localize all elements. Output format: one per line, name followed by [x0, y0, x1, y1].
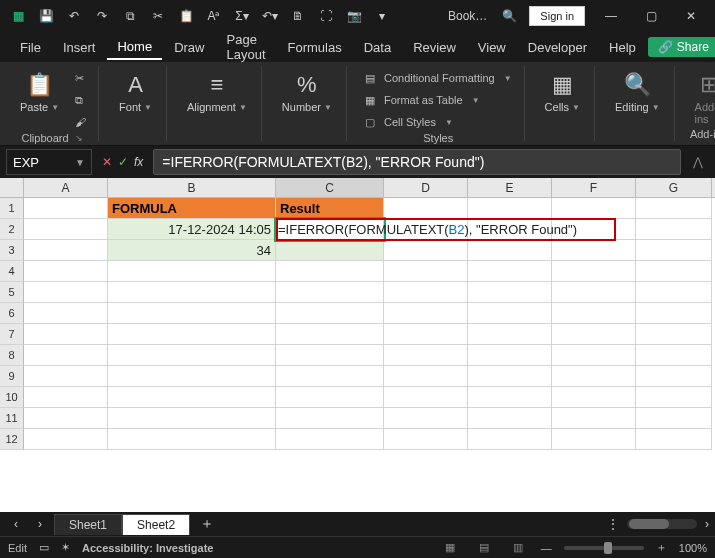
column-header-C[interactable]: C [276, 178, 384, 197]
cell-E4[interactable] [468, 261, 552, 282]
sheet-tab-sheet2[interactable]: Sheet2 [122, 514, 190, 535]
cell-D6[interactable] [384, 303, 468, 324]
expand-formula-bar-icon[interactable]: ⋀ [687, 155, 709, 169]
horizontal-scrollbar[interactable] [627, 519, 697, 529]
cell-styles-button[interactable]: ▢ Cell Styles ▼ [361, 112, 516, 132]
cell-G11[interactable] [636, 408, 712, 429]
cell-F1[interactable] [552, 198, 636, 219]
cell-D3[interactable] [384, 240, 468, 261]
sheet-options-icon[interactable]: ⋮ [607, 517, 619, 531]
cell-C2[interactable]: =IFERROR(FORMULATEXT(B2), "ERROR Found") [276, 219, 384, 240]
dialog-launcher-icon[interactable]: ↘ [75, 133, 83, 143]
menu-tab-view[interactable]: View [468, 36, 516, 59]
zoom-level[interactable]: 100% [679, 542, 707, 554]
cell-B3[interactable]: 34 [108, 240, 276, 261]
cell-G6[interactable] [636, 303, 712, 324]
cell-G2[interactable] [636, 219, 712, 240]
menu-tab-draw[interactable]: Draw [164, 36, 214, 59]
cell-E11[interactable] [468, 408, 552, 429]
copy-button[interactable]: ⧉ [71, 90, 90, 110]
sheet-nav-prev[interactable]: ‹ [6, 517, 26, 531]
qat-paste-icon[interactable]: 📋 [172, 2, 200, 30]
qat-copy-icon[interactable]: ⧉ [116, 2, 144, 30]
enter-icon[interactable]: ✓ [118, 155, 128, 169]
row-header-3[interactable]: 3 [0, 240, 24, 261]
cell-F8[interactable] [552, 345, 636, 366]
cell-B9[interactable] [108, 366, 276, 387]
format-painter-button[interactable]: 🖌 [71, 112, 90, 132]
cell-A12[interactable] [24, 429, 108, 450]
format-as-table-button[interactable]: ▦ Format as Table ▼ [361, 90, 516, 110]
sheet-nav-next[interactable]: › [30, 517, 50, 531]
document-name[interactable]: Book… [440, 9, 495, 23]
undo-icon[interactable]: ↶ [60, 2, 88, 30]
qat-screenshot-icon[interactable]: ⛶ [312, 2, 340, 30]
row-header-11[interactable]: 11 [0, 408, 24, 429]
zoom-in-button[interactable]: ＋ [656, 540, 667, 555]
row-header-10[interactable]: 10 [0, 387, 24, 408]
menu-tab-help[interactable]: Help [599, 36, 646, 59]
sign-in-button[interactable]: Sign in [529, 6, 585, 26]
cell-B2[interactable]: 17-12-2024 14:05 [108, 219, 276, 240]
cell-F12[interactable] [552, 429, 636, 450]
number-button[interactable]: % Number▼ [276, 68, 338, 116]
cell-G7[interactable] [636, 324, 712, 345]
cell-C10[interactable] [276, 387, 384, 408]
cell-A7[interactable] [24, 324, 108, 345]
minimize-button[interactable]: — [591, 0, 631, 32]
cell-B7[interactable] [108, 324, 276, 345]
column-header-G[interactable]: G [636, 178, 712, 197]
menu-tab-formulas[interactable]: Formulas [278, 36, 352, 59]
cell-G9[interactable] [636, 366, 712, 387]
cell-B10[interactable] [108, 387, 276, 408]
cells-button[interactable]: ▦ Cells▼ [539, 68, 586, 116]
cell-D12[interactable] [384, 429, 468, 450]
save-icon[interactable]: 💾 [32, 2, 60, 30]
page-break-view-button[interactable]: ▥ [507, 540, 529, 556]
cell-B11[interactable] [108, 408, 276, 429]
cell-A11[interactable] [24, 408, 108, 429]
page-layout-view-button[interactable]: ▤ [473, 540, 495, 556]
column-header-B[interactable]: B [108, 178, 276, 197]
cell-G3[interactable] [636, 240, 712, 261]
cell-C8[interactable] [276, 345, 384, 366]
cell-F9[interactable] [552, 366, 636, 387]
cell-C7[interactable] [276, 324, 384, 345]
row-header-1[interactable]: 1 [0, 198, 24, 219]
cell-G12[interactable] [636, 429, 712, 450]
cell-D11[interactable] [384, 408, 468, 429]
addins-button[interactable]: ⊞ Add-ins [689, 68, 715, 128]
row-header-8[interactable]: 8 [0, 345, 24, 366]
cell-A6[interactable] [24, 303, 108, 324]
cell-E10[interactable] [468, 387, 552, 408]
cell-G10[interactable] [636, 387, 712, 408]
cell-E9[interactable] [468, 366, 552, 387]
cell-C6[interactable] [276, 303, 384, 324]
row-header-4[interactable]: 4 [0, 261, 24, 282]
cell-B6[interactable] [108, 303, 276, 324]
qat-autosum-icon[interactable]: Σ▾ [228, 2, 256, 30]
menu-tab-insert[interactable]: Insert [53, 36, 106, 59]
editing-button[interactable]: 🔍 Editing▼ [609, 68, 666, 116]
column-header-F[interactable]: F [552, 178, 636, 197]
name-box[interactable]: EXP ▼ [6, 149, 92, 175]
row-header-12[interactable]: 12 [0, 429, 24, 450]
cell-A5[interactable] [24, 282, 108, 303]
qat-undo2-icon[interactable]: ↶▾ [256, 2, 284, 30]
share-button[interactable]: 🔗 Share ▼ [648, 37, 715, 57]
cell-A4[interactable] [24, 261, 108, 282]
menu-tab-file[interactable]: File [10, 36, 51, 59]
qat-format-icon[interactable]: Aᵃ [200, 2, 228, 30]
cell-B1[interactable]: FORMULA [108, 198, 276, 219]
row-header-9[interactable]: 9 [0, 366, 24, 387]
search-icon[interactable]: 🔍 [495, 2, 523, 30]
redo-icon[interactable]: ↷ [88, 2, 116, 30]
cell-A9[interactable] [24, 366, 108, 387]
cell-D5[interactable] [384, 282, 468, 303]
formula-input[interactable]: =IFERROR(FORMULATEXT(B2), "ERROR Found") [153, 149, 681, 175]
cell-E3[interactable] [468, 240, 552, 261]
cell-A2[interactable] [24, 219, 108, 240]
cell-A3[interactable] [24, 240, 108, 261]
qat-doc-icon[interactable]: 🗎 [284, 2, 312, 30]
row-header-7[interactable]: 7 [0, 324, 24, 345]
